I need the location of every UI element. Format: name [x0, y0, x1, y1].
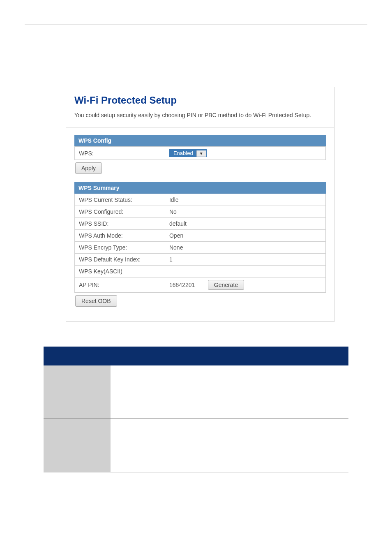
wps-config-header: WPS Config — [74, 135, 326, 146]
wps-label: WPS: — [75, 147, 165, 160]
current-status-label: WPS Current Status: — [75, 194, 165, 206]
key-ascii-label: WPS Key(ASCII) — [75, 266, 165, 278]
descr-header-left — [44, 347, 111, 365]
key-ascii-value — [165, 266, 325, 278]
descr-right — [111, 365, 348, 392]
ap-pin-value: 16642201 — [169, 282, 206, 288]
wps-panel: Wi-Fi Protected Setup You could setup se… — [66, 87, 334, 322]
descr-left — [44, 419, 111, 472]
configured-label: WPS Configured: — [75, 206, 165, 218]
table-row: WPS Current Status: Idle — [75, 194, 326, 206]
descr-header-row — [44, 347, 348, 365]
descr-row — [44, 365, 348, 392]
ssid-label: WPS SSID: — [75, 218, 165, 230]
ssid-value: default — [165, 218, 325, 230]
auth-mode-value: Open — [165, 230, 325, 242]
reset-oob-button[interactable]: Reset OOB — [75, 295, 117, 307]
encryp-type-value: None — [165, 242, 325, 254]
description-table-wrap — [44, 347, 348, 472]
encryp-type-label: WPS Encryp Type: — [75, 242, 165, 254]
wps-config-table: WPS: Enabled▼ — [74, 146, 326, 160]
configured-value: No — [165, 206, 325, 218]
wps-row: WPS: Enabled▼ — [75, 147, 326, 160]
table-row: WPS Default Key Index: 1 — [75, 254, 326, 266]
ap-pin-label: AP PIN: — [75, 278, 165, 293]
descr-row — [44, 392, 348, 419]
page-top-rule — [25, 25, 367, 25]
descr-right — [111, 419, 348, 472]
description-table — [44, 347, 348, 472]
table-row: AP PIN: 16642201 Generate — [75, 278, 326, 293]
ap-pin-cell: 16642201 Generate — [165, 278, 325, 293]
default-key-index-value: 1 — [165, 254, 325, 266]
page-description: You could setup security easily by choos… — [74, 111, 326, 120]
auth-mode-label: WPS Auth Mode: — [75, 230, 165, 242]
page-title: Wi-Fi Protected Setup — [74, 95, 326, 106]
wps-select[interactable]: Enabled▼ — [169, 149, 207, 157]
current-status-value: Idle — [165, 194, 325, 206]
table-row: WPS Configured: No — [75, 206, 326, 218]
wps-summary-header: WPS Summary — [74, 182, 326, 194]
table-row: WPS Auth Mode: Open — [75, 230, 326, 242]
descr-left — [44, 365, 111, 392]
wps-summary-table: WPS Current Status: Idle WPS Configured:… — [74, 194, 326, 293]
generate-button[interactable]: Generate — [208, 280, 244, 290]
wps-select-value: Enabled — [170, 149, 196, 157]
descr-left — [44, 392, 111, 419]
table-row: WPS Encryp Type: None — [75, 242, 326, 254]
descr-header-right — [111, 347, 348, 365]
apply-button[interactable]: Apply — [75, 162, 102, 174]
wps-value-cell: Enabled▼ — [165, 147, 325, 160]
table-row: WPS Key(ASCII) — [75, 266, 326, 278]
chevron-down-icon: ▼ — [196, 150, 206, 157]
table-row: WPS SSID: default — [75, 218, 326, 230]
descr-right — [111, 392, 348, 419]
divider — [66, 127, 334, 127]
descr-row — [44, 419, 348, 472]
default-key-index-label: WPS Default Key Index: — [75, 254, 165, 266]
